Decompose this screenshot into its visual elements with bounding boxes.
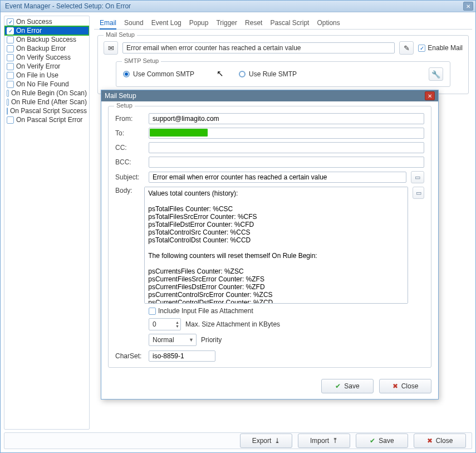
event-item-6[interactable]: On File in Use — [4, 71, 89, 80]
event-list[interactable]: On SuccessOn ErrorOn Backup SuccessOn Ba… — [4, 16, 90, 430]
to-label: To: — [115, 129, 144, 137]
tab-reset[interactable]: Reset — [245, 19, 262, 27]
bcc-field[interactable] — [149, 157, 424, 168]
stepper-arrows-icon[interactable]: ▲▼ — [175, 320, 179, 328]
subject-field[interactable] — [149, 172, 406, 183]
event-item-2[interactable]: On Backup Success — [4, 35, 89, 44]
from-label: From: — [115, 115, 144, 123]
mail-description-row: ✉ ✎ Enable Mail — [104, 41, 463, 55]
window-title: Event Manager - Selected Setup: On Error — [3, 2, 463, 10]
event-item-4[interactable]: On Verify Success — [4, 53, 89, 62]
charset-field[interactable] — [149, 350, 215, 362]
body-params-button[interactable]: ▭ — [413, 187, 424, 199]
event-checkbox-icon[interactable] — [7, 90, 9, 97]
main-close-button[interactable]: ✖ Close — [414, 433, 466, 448]
from-field[interactable] — [149, 113, 424, 124]
event-item-label: On Error — [16, 27, 42, 35]
include-attachment-check-icon — [149, 308, 156, 315]
body-field[interactable] — [144, 187, 408, 304]
tab-email[interactable]: Email — [100, 19, 116, 30]
cc-field[interactable] — [149, 142, 424, 153]
mail-setup-dialog: Mail Setup ✕ Setup From: To: CC: — [101, 90, 439, 400]
event-item-label: On Verify Error — [16, 62, 60, 70]
dialog-close-btn[interactable]: ✖ Close — [379, 379, 431, 393]
mail-setup-group: Mail Setup ✉ ✎ Enable Mail SMTP Setup — [97, 35, 469, 94]
mail-new-icon[interactable]: ✉ — [104, 41, 118, 55]
export-label: Export — [252, 437, 272, 445]
dialog-setup-legend: Setup — [114, 102, 135, 109]
event-checkbox-icon[interactable] — [7, 72, 14, 79]
event-item-label: On Pascal Script Error — [16, 116, 82, 124]
event-checkbox-icon[interactable] — [7, 36, 14, 43]
rule-smtp-radio[interactable]: Use Rule SMTP — [239, 70, 297, 78]
enable-mail-checkbox[interactable]: Enable Mail — [418, 44, 463, 52]
subject-params-button[interactable]: ▭ — [411, 171, 424, 183]
import-button[interactable]: Import ⤒ — [298, 433, 350, 448]
common-smtp-radio[interactable]: Use Common SMTP — [123, 70, 194, 78]
body-label: Body: — [115, 187, 140, 194]
event-item-label: On No File Found — [16, 80, 69, 88]
main-save-label: Save — [379, 437, 394, 445]
charset-label: CharSet: — [115, 352, 144, 360]
event-checkbox-icon[interactable] — [7, 108, 8, 115]
event-item-label: On Rule End (After Scan) — [11, 98, 87, 106]
chevron-down-icon: ▼ — [189, 337, 194, 343]
enable-mail-label: Enable Mail — [428, 44, 463, 52]
dialog-save-button[interactable]: ✔ Save — [321, 379, 374, 393]
mouse-cursor-icon: ↖ — [217, 69, 224, 79]
rule-smtp-label: Use Rule SMTP — [249, 70, 297, 78]
priority-value: Normal — [153, 336, 189, 344]
enable-mail-check-icon — [418, 45, 425, 52]
event-item-label: On File in Use — [16, 71, 58, 79]
main-save-button[interactable]: ✔ Save — [356, 433, 408, 448]
max-size-label: Max. Size Attachment in KBytes — [185, 320, 280, 328]
tab-bar: EmailSoundEvent LogPopupTriggerResetPasc… — [94, 16, 472, 30]
tab-event-log[interactable]: Event Log — [151, 19, 181, 27]
include-attachment-checkbox[interactable]: Include Input File as Attachment — [149, 307, 253, 315]
event-item-3[interactable]: On Backup Error — [4, 44, 89, 53]
event-checkbox-icon[interactable] — [7, 99, 9, 106]
event-checkbox-icon[interactable] — [7, 116, 14, 124]
max-size-stepper[interactable]: 0 ▲▼ — [149, 318, 181, 330]
dialog-close-button[interactable]: ✕ — [425, 91, 435, 100]
tab-pascal-script[interactable]: Pascal Script — [270, 19, 309, 27]
event-item-label: On Backup Success — [16, 36, 76, 43]
dialog-close-label: Close — [401, 382, 419, 390]
tab-trigger[interactable]: Trigger — [216, 19, 237, 27]
event-item-10[interactable]: On Pascal Script Success — [4, 106, 89, 115]
event-checkbox-icon[interactable] — [7, 54, 14, 61]
event-item-5[interactable]: On Verify Error — [4, 62, 89, 71]
check-icon: ✔ — [335, 382, 341, 390]
tab-sound[interactable]: Sound — [124, 19, 144, 27]
bcc-label: BCC: — [115, 158, 144, 166]
export-button[interactable]: Export ⤓ — [240, 433, 292, 448]
smtp-setup-group: SMTP Setup Use Common SMTP ↖ Use Rule SM… — [116, 61, 450, 87]
event-item-label: On Verify Success — [16, 53, 71, 61]
dialog-title: Mail Setup — [105, 92, 425, 100]
smtp-settings-button[interactable]: 🔧 — [429, 67, 443, 81]
event-checkbox-icon[interactable] — [7, 18, 14, 26]
event-item-label: On Success — [16, 18, 52, 26]
event-checkbox-icon[interactable] — [7, 81, 14, 88]
import-icon: ⤒ — [332, 437, 338, 445]
event-item-1[interactable]: On Error — [4, 26, 89, 35]
event-checkbox-icon[interactable] — [7, 45, 14, 52]
tab-options[interactable]: Options — [317, 19, 340, 27]
event-item-11[interactable]: On Pascal Script Error — [4, 115, 89, 124]
window-close-button[interactable]: ✕ — [463, 2, 473, 11]
event-checkbox-icon[interactable] — [7, 27, 14, 35]
to-redacted-area — [150, 129, 208, 137]
tab-popup[interactable]: Popup — [189, 19, 209, 27]
event-item-0[interactable]: On Success — [4, 17, 89, 26]
export-icon: ⤓ — [274, 437, 280, 445]
dialog-titlebar: Mail Setup ✕ — [101, 90, 438, 101]
mail-description-field[interactable] — [122, 42, 395, 53]
bottom-toolbar: Export ⤓ Import ⤒ ✔ Save ✖ Close — [4, 432, 472, 449]
mail-edit-icon[interactable]: ✎ — [399, 41, 414, 55]
event-item-9[interactable]: On Rule End (After Scan) — [4, 98, 89, 106]
event-item-8[interactable]: On Rule Begin (On Scan) — [4, 89, 89, 98]
titlebar: Event Manager - Selected Setup: On Error… — [1, 1, 475, 12]
event-item-7[interactable]: On No File Found — [4, 80, 89, 89]
event-checkbox-icon[interactable] — [7, 63, 14, 70]
priority-select[interactable]: Normal ▼ — [149, 334, 197, 346]
